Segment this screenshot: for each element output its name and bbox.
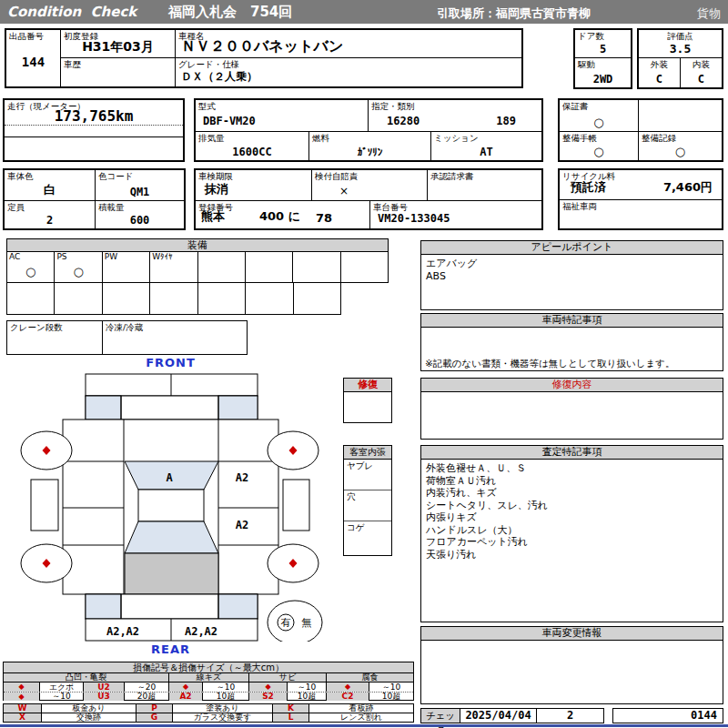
mirror-left: [31, 480, 58, 531]
legend-size: ～10: [288, 682, 327, 692]
equipment-cell-label: AC: [9, 252, 20, 261]
legend-size: エクボ: [40, 682, 84, 692]
equipment-cell: [198, 252, 246, 282]
equipment-cell: [341, 252, 388, 282]
vehicle-notes-title: 車両特記事項: [421, 314, 723, 328]
pickup-location: 引取場所：福岡県古賀市青柳: [437, 5, 591, 22]
cabin-row-hole: 穴: [347, 491, 356, 503]
header-bar: Condition Check 福岡入札会 754回 引取場所：福岡県古賀市青柳…: [0, 0, 728, 24]
cabin-lining-box: 客室内張 ヤブレ 穴 コゲ: [343, 445, 392, 556]
auction-sheet: Condition Check 福岡入札会 754回 引取場所：福岡県古賀市青柳…: [0, 0, 728, 728]
model-name-value: ＮＶ２００バネットバン: [181, 37, 343, 56]
displacement-label: 排気量: [198, 133, 225, 145]
cabin-lining-title: 客室内張: [344, 446, 391, 460]
chassis-number-value: VM20-133045: [378, 212, 450, 225]
documents-table: 保証書 ○ 整備手帳 ○ 整備記録 ○: [558, 98, 723, 162]
maintenance-record-label: 整備記録: [642, 133, 676, 145]
rear-label: REAR: [14, 642, 328, 656]
documents-empty-cell: [639, 100, 722, 131]
transmission-value: AT: [431, 146, 541, 158]
rear-glass-right: [218, 594, 258, 619]
interior-grade-value: C: [681, 73, 723, 86]
equipment-cell-empty: [55, 283, 102, 314]
changes-content: [421, 641, 723, 646]
legend-symbol: ◆: [4, 693, 40, 701]
recycle-fee: 7,460円: [663, 179, 713, 196]
legend-code-p-label: 塗装あり: [173, 704, 273, 713]
lot-number-label: 出品番号: [9, 31, 44, 43]
legend-code: C2: [327, 693, 369, 701]
legend-code-k-label: 看板跡: [309, 704, 413, 713]
legend-size: ～10: [369, 682, 413, 692]
class-number-label: 指定・類別: [371, 101, 415, 113]
rear-bumper-mark-right: A2,A2: [185, 625, 217, 638]
legend-code-x-label: 交換跡: [42, 713, 136, 722]
side-damage-mark-bottom: A2: [236, 519, 248, 531]
class-number-value1: 16280: [387, 115, 420, 127]
mileage-empty-row: [5, 126, 183, 137]
repair-detail-title: 修復内容: [421, 379, 723, 392]
color-capacity-table: 車体色 白 色コード QM1 定員 2 積載量 600: [3, 168, 186, 230]
doors-drive-table: ドア数 5 駆動 2WD: [573, 28, 632, 89]
recycle-table: リサイクル料 預託済 7,460円 福祉車両: [558, 168, 723, 230]
warranty-label: 保証書: [562, 101, 589, 113]
welfare-label: 福祉車両: [562, 201, 597, 213]
equipment-cell: [246, 252, 293, 282]
warranty-value: ○: [560, 116, 638, 129]
drive-value: 2WD: [575, 73, 631, 86]
mileage-empty-row2: [5, 137, 183, 160]
interior-grade-label: 内装: [681, 59, 723, 71]
legend-code: U3: [84, 693, 125, 701]
cabin-row-burn: コゲ: [347, 522, 364, 534]
legend-section-dents: 凸凹・亀裂: [4, 673, 169, 682]
spec-table: 型式 DBF-VM20 指定・類別 16280 189 排気量 1600CC 燃…: [194, 98, 543, 162]
mirror-right: [283, 480, 309, 531]
equipment-cell: PS○: [55, 252, 102, 282]
roof: [138, 490, 204, 521]
equipment-cell-empty: [246, 283, 293, 314]
rear-bumper-mark-left: A2,A2: [106, 625, 139, 638]
crane-label: クレーン段数: [10, 322, 63, 334]
capacity-label: 定員: [7, 202, 25, 214]
recycle-status: 預託済: [571, 179, 606, 196]
equipment-title: 装備: [6, 238, 389, 252]
exterior-grade-value: C: [639, 73, 680, 86]
equipment-cell: AC○: [7, 252, 55, 282]
load-label: 積載量: [98, 202, 125, 214]
legend-code-k: K: [273, 704, 309, 713]
equipment-cell: Wﾀｲﾔ: [150, 252, 197, 282]
history-label: 車歴: [64, 59, 81, 71]
assessment-panel: 査定特記事項 外装色褪せＡ、Ｕ、Ｓ 荷物室ＡＵ汚れ 内装汚れ、キズ シートヘタリ…: [420, 445, 723, 622]
equipment-cell-empty: [150, 283, 197, 314]
approval-label: 承認請求書: [430, 171, 474, 183]
model-code-value: DBF-VM20: [203, 115, 256, 127]
mileage-value: 173,765km: [5, 107, 183, 125]
legend-symbol: ◆: [249, 682, 288, 692]
legend-code-w: W: [4, 704, 42, 713]
doors-value: 5: [575, 43, 631, 56]
registration-number: 78: [316, 211, 332, 225]
legend-code-g-label: ガラス交換要す: [173, 713, 273, 722]
score-value: 3.5: [639, 42, 722, 56]
crane-fridge-table: クレーン段数 冷凍/冷蔵: [6, 320, 248, 355]
insurance-value: ×: [339, 185, 349, 197]
equipment-cell-value: ○: [7, 265, 54, 278]
grade-value: ＤＸ（２人乗）: [181, 69, 258, 85]
legend-size: ～10: [203, 682, 249, 692]
legend-code: A2: [169, 693, 203, 701]
windshield-damage-mark: A: [166, 471, 173, 484]
load-value: 600: [96, 214, 184, 227]
equipment-cell-label: PS: [56, 252, 66, 261]
lot-number-value: 144: [6, 37, 60, 86]
legend-code-l-label: レンズ割れ: [309, 713, 413, 722]
check-count: 2: [537, 709, 603, 723]
legend-size: 20超: [125, 693, 169, 701]
tire-no-label: 無: [302, 617, 312, 629]
legend-codes-table: W 板金あり P 塗装あり K 看板跡 X 交換跡 G ガラス交換要す L レン…: [3, 703, 414, 723]
transmission-label: ミッション: [434, 133, 479, 145]
assessment-content: 外装色褪せＡ、Ｕ、Ｓ 荷物室ＡＵ汚れ 内装汚れ、キズ シートヘタリ、スレ、汚れ …: [421, 460, 723, 563]
check-date: 2025/04/04: [460, 709, 537, 723]
fridge-label: 冷凍/冷蔵: [106, 322, 143, 334]
legend-code-x: X: [4, 713, 42, 722]
legend-code-p: P: [136, 704, 173, 713]
